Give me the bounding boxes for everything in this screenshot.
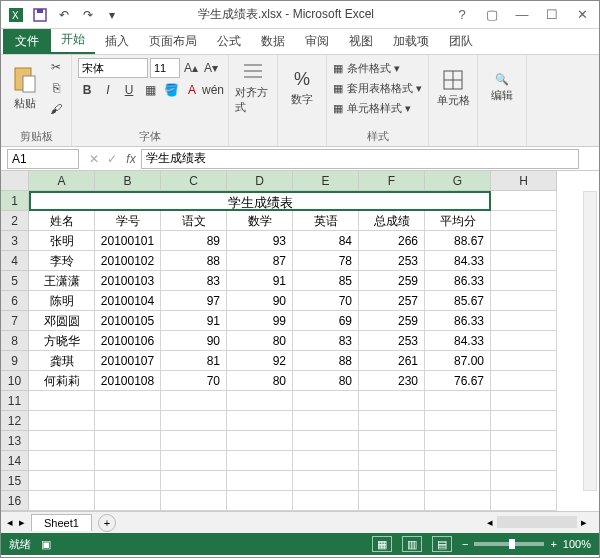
tab-home[interactable]: 开始 — [51, 27, 95, 54]
cell[interactable]: 91 — [227, 271, 293, 291]
cell[interactable] — [425, 411, 491, 431]
cell[interactable] — [293, 411, 359, 431]
cell[interactable]: 87.00 — [425, 351, 491, 371]
cell[interactable]: 陈明 — [29, 291, 95, 311]
cell[interactable] — [491, 251, 557, 271]
cell[interactable]: 85.67 — [425, 291, 491, 311]
column-header[interactable]: C — [161, 171, 227, 191]
cancel-icon[interactable]: ✕ — [85, 152, 103, 166]
formula-input[interactable]: 学生成绩表 — [141, 149, 579, 169]
cell[interactable]: 93 — [227, 231, 293, 251]
cell[interactable]: 86.33 — [425, 311, 491, 331]
grow-font-icon[interactable]: A▴ — [182, 59, 200, 77]
cell[interactable] — [161, 431, 227, 451]
paste-button[interactable]: 粘贴 — [7, 58, 43, 118]
cell[interactable]: 91 — [161, 311, 227, 331]
cell[interactable]: 90 — [161, 331, 227, 351]
cell[interactable]: 92 — [227, 351, 293, 371]
cell[interactable] — [95, 411, 161, 431]
row-header[interactable]: 9 — [1, 351, 29, 371]
zoom-in-icon[interactable]: + — [550, 538, 556, 550]
tab-team[interactable]: 团队 — [439, 29, 483, 54]
cell[interactable] — [161, 491, 227, 511]
cell[interactable]: 97 — [161, 291, 227, 311]
cell[interactable]: 88.67 — [425, 231, 491, 251]
font-size-select[interactable]: 11 — [150, 58, 180, 78]
row-header[interactable]: 13 — [1, 431, 29, 451]
cell[interactable] — [227, 451, 293, 471]
cell[interactable] — [95, 451, 161, 471]
cell[interactable]: 80 — [227, 331, 293, 351]
cell[interactable] — [425, 451, 491, 471]
cell[interactable] — [293, 471, 359, 491]
fill-color-icon[interactable]: 🪣 — [162, 81, 180, 99]
enter-icon[interactable]: ✓ — [103, 152, 121, 166]
header-cell[interactable]: 学号 — [95, 211, 161, 231]
cell[interactable] — [359, 471, 425, 491]
cell[interactable]: 20100104 — [95, 291, 161, 311]
cell[interactable]: 99 — [227, 311, 293, 331]
border-icon[interactable]: ▦ — [141, 81, 159, 99]
row-header[interactable]: 8 — [1, 331, 29, 351]
cell[interactable]: 86.33 — [425, 271, 491, 291]
format-painter-icon[interactable]: 🖌 — [47, 100, 65, 118]
font-name-select[interactable]: 宋体 — [78, 58, 148, 78]
cell[interactable]: 20100101 — [95, 231, 161, 251]
cell[interactable] — [29, 411, 95, 431]
cell[interactable] — [491, 351, 557, 371]
cell[interactable] — [491, 391, 557, 411]
cell[interactable] — [491, 471, 557, 491]
cell[interactable] — [359, 491, 425, 511]
cell[interactable] — [293, 391, 359, 411]
cell[interactable] — [161, 451, 227, 471]
view-pagelayout-icon[interactable]: ▥ — [402, 536, 422, 552]
row-header[interactable]: 16 — [1, 491, 29, 511]
cell[interactable] — [425, 491, 491, 511]
header-cell[interactable]: 语文 — [161, 211, 227, 231]
cell[interactable]: 20100107 — [95, 351, 161, 371]
cell[interactable]: 20100106 — [95, 331, 161, 351]
cell-styles-button[interactable]: ▦单元格样式 ▾ — [333, 98, 422, 118]
column-header[interactable]: A — [29, 171, 95, 191]
cell[interactable]: 83 — [161, 271, 227, 291]
maximize-icon[interactable]: ☐ — [541, 5, 563, 25]
cell[interactable]: 20100102 — [95, 251, 161, 271]
cell[interactable]: 266 — [359, 231, 425, 251]
underline-button[interactable]: U — [120, 81, 138, 99]
tab-insert[interactable]: 插入 — [95, 29, 139, 54]
cell[interactable]: 70 — [161, 371, 227, 391]
row-header[interactable]: 3 — [1, 231, 29, 251]
macro-icon[interactable]: ▣ — [41, 538, 51, 551]
row-header[interactable]: 6 — [1, 291, 29, 311]
ribbon-options-icon[interactable]: ▢ — [481, 5, 503, 25]
cell[interactable] — [227, 411, 293, 431]
cell[interactable] — [491, 231, 557, 251]
cell[interactable] — [491, 371, 557, 391]
column-header[interactable]: E — [293, 171, 359, 191]
cell[interactable]: 253 — [359, 331, 425, 351]
cell[interactable]: 76.67 — [425, 371, 491, 391]
cell[interactable]: 88 — [293, 351, 359, 371]
cells-button[interactable]: 单元格 — [435, 58, 471, 118]
cell[interactable]: 81 — [161, 351, 227, 371]
shrink-font-icon[interactable]: A▾ — [202, 59, 220, 77]
cell[interactable]: 85 — [293, 271, 359, 291]
cell[interactable]: 84 — [293, 231, 359, 251]
column-header[interactable]: G — [425, 171, 491, 191]
cell[interactable] — [227, 471, 293, 491]
sheet-tab-1[interactable]: Sheet1 — [31, 514, 92, 531]
cell[interactable] — [293, 431, 359, 451]
row-header[interactable]: 4 — [1, 251, 29, 271]
cell[interactable]: 70 — [293, 291, 359, 311]
number-button[interactable]: % 数字 — [284, 58, 320, 118]
name-box[interactable]: A1 — [7, 149, 79, 169]
row-header[interactable]: 7 — [1, 311, 29, 331]
tab-pagelayout[interactable]: 页面布局 — [139, 29, 207, 54]
tab-data[interactable]: 数据 — [251, 29, 295, 54]
cell[interactable]: 20100108 — [95, 371, 161, 391]
cell[interactable]: 69 — [293, 311, 359, 331]
select-all-corner[interactable] — [1, 171, 29, 191]
cell[interactable] — [491, 311, 557, 331]
cell[interactable] — [95, 491, 161, 511]
cell[interactable]: 88 — [161, 251, 227, 271]
